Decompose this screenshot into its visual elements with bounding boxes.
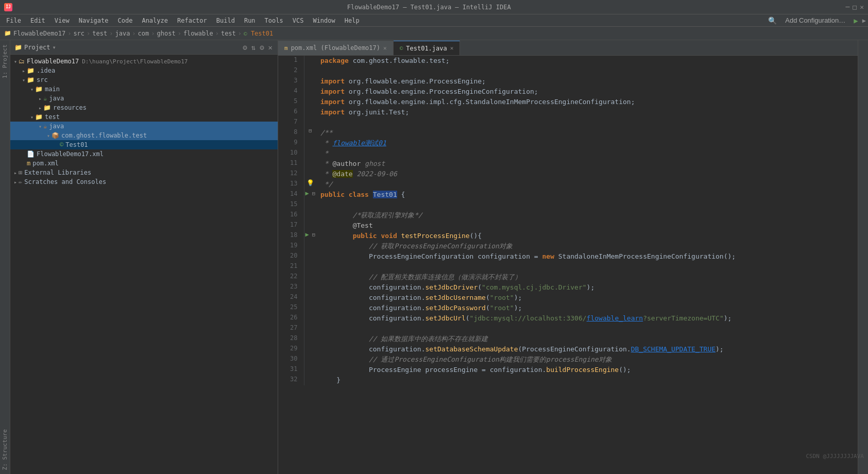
menu-file[interactable]: File [2, 16, 25, 25]
code-content[interactable]: /** [316, 128, 858, 138]
menu-navigate[interactable]: Navigate [75, 16, 113, 25]
menu-tools[interactable]: Tools [261, 16, 287, 25]
menu-vcs[interactable]: VCS [288, 16, 308, 25]
code-content[interactable]: } [316, 375, 858, 385]
tree-label-idea: .idea [37, 67, 55, 74]
code-content[interactable]: import org.junit.Test; [316, 107, 858, 117]
gear-icon[interactable]: ⚙ [259, 42, 265, 53]
code-content[interactable]: // 如果数据库中的表结构不存在就新建 [316, 334, 858, 344]
code-content[interactable]: import org.flowable.engine.ProcessEngine… [316, 76, 858, 87]
gutter[interactable]: ▶ ⊟ [304, 190, 316, 200]
search-everywhere-icon[interactable]: 🔍 [768, 16, 777, 25]
code-content[interactable]: package com.ghost.flowable.test; [316, 56, 858, 66]
code-content[interactable]: import org.flowable.engine.ProcessEngine… [316, 87, 858, 97]
tree-item-test[interactable]: ▾ 📁 test [10, 112, 278, 122]
close-panel-icon[interactable]: ✕ [267, 42, 274, 53]
code-content[interactable] [316, 324, 858, 334]
add-configuration-button[interactable]: Add Configuration… [781, 14, 849, 26]
tree-item-java-main[interactable]: ▸ ☕ java [10, 94, 278, 103]
close-btn[interactable]: ✕ [860, 3, 864, 11]
code-content[interactable]: public void testProcessEngine(){ [316, 231, 858, 241]
code-content[interactable]: * @author ghost [316, 159, 858, 169]
code-content[interactable] [316, 262, 858, 272]
code-content[interactable]: // 获取ProcessEngineConfiguration对象 [316, 241, 858, 251]
line-number: 19 [278, 241, 304, 251]
breadcrumb-java[interactable]: java [115, 30, 130, 37]
breadcrumb-src[interactable]: src [73, 30, 84, 37]
code-content[interactable]: configuration.setJdbcUsername("root"); [316, 293, 858, 303]
fold-gutter-icon[interactable]: ⊟ [312, 191, 315, 196]
tree-item-flowable-xml[interactable]: ▸ 📄 FlowableDemo17.xml [10, 149, 278, 159]
tree-item-src[interactable]: ▾ 📁 src [10, 75, 278, 84]
tab-pom-close[interactable]: ✕ [383, 45, 387, 52]
tree-item-pom[interactable]: ▸ m pom.xml [10, 159, 278, 168]
menu-edit[interactable]: Edit [26, 16, 49, 25]
code-content[interactable]: ProcessEngine processEngine = configurat… [316, 365, 858, 375]
breadcrumb-test01[interactable]: © Test01 [244, 30, 273, 37]
code-content[interactable]: ProcessEngineConfiguration configuration… [316, 251, 858, 262]
breadcrumb-test2[interactable]: test [221, 30, 236, 37]
code-content[interactable]: * flowable测试01 [316, 138, 858, 148]
menu-analyze[interactable]: Analyze [138, 16, 172, 25]
tree-item-resources[interactable]: ▸ 📁 resources [10, 103, 278, 112]
line-number: 3 [278, 76, 304, 87]
code-content[interactable]: @Test [316, 221, 858, 231]
run-button[interactable]: ▶ [854, 16, 858, 25]
menu-refactor[interactable]: Refactor [173, 16, 211, 25]
tab-pom[interactable]: m pom.xml (FlowableDemo17) ✕ [278, 41, 394, 55]
menu-code[interactable]: Code [114, 16, 137, 25]
code-content[interactable] [316, 117, 858, 128]
tree-label-package: com.ghost.flowable.test [61, 132, 147, 139]
tree-item-scratches[interactable]: ▸ ✏ Scratches and Consoles [10, 177, 278, 187]
gutter[interactable]: ▶ ⊟ [304, 231, 316, 241]
tree-item-test01[interactable]: ▸ © Test01 [10, 140, 278, 149]
sidebar-label-structure[interactable]: Z: Structure [0, 425, 10, 474]
code-content[interactable] [316, 200, 858, 210]
sort-icon[interactable]: ⇅ [250, 42, 257, 53]
code-line-7: 7 [278, 117, 858, 128]
code-content[interactable] [316, 66, 858, 76]
settings-icon[interactable]: ⚙ [242, 42, 248, 53]
code-content[interactable]: // 配置相关数据库连接信息（做演示就不封装了） [316, 272, 858, 282]
run-gutter-method-icon[interactable]: ▶ [305, 231, 309, 238]
code-content[interactable]: configuration.setJdbcUrl("jdbc:mysql://l… [316, 313, 858, 324]
fold-gutter-method-icon[interactable]: ⊟ [312, 232, 315, 238]
menu-window[interactable]: Window [309, 16, 339, 25]
code-content[interactable]: configuration.setJdbcPassword("root"); [316, 303, 858, 313]
tree-item-java-test[interactable]: ▾ ☕ java [10, 122, 278, 131]
menu-run[interactable]: Run [240, 16, 260, 25]
minimize-btn[interactable]: ─ [846, 3, 850, 11]
breadcrumb-project[interactable]: FlowableDemo17 [13, 30, 65, 37]
tree-item-external-libs[interactable]: ▸ ⊞ External Libraries [10, 168, 278, 177]
tree-item-main[interactable]: ▾ 📁 main [10, 84, 278, 94]
code-content[interactable]: /*获取流程引擎对象*/ [316, 210, 858, 221]
menu-view[interactable]: View [50, 16, 74, 25]
breadcrumb-flowable[interactable]: flowable [183, 30, 213, 37]
code-content[interactable]: * [316, 148, 858, 159]
code-content[interactable]: configuration.setJdbcDriver("com.mysql.c… [316, 282, 858, 293]
fold-icon[interactable]: ⊟ [309, 128, 312, 133]
tree-item-idea[interactable]: ▸ 📁 .idea [10, 66, 278, 75]
forward-button[interactable]: ▶ [862, 17, 866, 24]
code-content[interactable]: * @date 2022-09-06 [316, 169, 858, 179]
tab-test01[interactable]: © Test01.java ✕ [394, 41, 461, 55]
menu-help[interactable]: Help [341, 16, 364, 25]
tree-item-package[interactable]: ▾ 📦 com.ghost.flowable.test [10, 131, 278, 140]
bulb-icon[interactable]: 💡 [307, 179, 314, 187]
code-content[interactable]: public class Test01 { [316, 190, 858, 200]
chevron-down-icon[interactable]: ▾ [53, 44, 56, 51]
code-content[interactable]: // 通过ProcessEngineConfiguration构建我们需要的pr… [316, 354, 858, 365]
breadcrumb-test[interactable]: test [92, 30, 107, 37]
tab-test01-close[interactable]: ✕ [450, 45, 454, 52]
breadcrumb-com[interactable]: com [138, 30, 149, 37]
tree-item-root[interactable]: ▾ 🗂 FlowableDemo17 D:\huang\Project\Flow… [10, 57, 278, 66]
maximize-btn[interactable]: □ [853, 3, 857, 11]
code-content[interactable]: import org.flowable.engine.impl.cfg.Stan… [316, 97, 858, 107]
breadcrumb-ghost[interactable]: ghost [157, 30, 176, 37]
editor-content[interactable]: 1 package com.ghost.flowable.test; 2 3 i… [278, 56, 858, 474]
code-content[interactable]: */ [316, 179, 858, 190]
run-gutter-icon[interactable]: ▶ [305, 190, 309, 197]
menu-build[interactable]: Build [212, 16, 239, 25]
sidebar-label-project[interactable]: 1: Project [0, 40, 10, 82]
code-content[interactable]: configuration.setDatabaseSchemaUpdate(Pr… [316, 344, 858, 354]
